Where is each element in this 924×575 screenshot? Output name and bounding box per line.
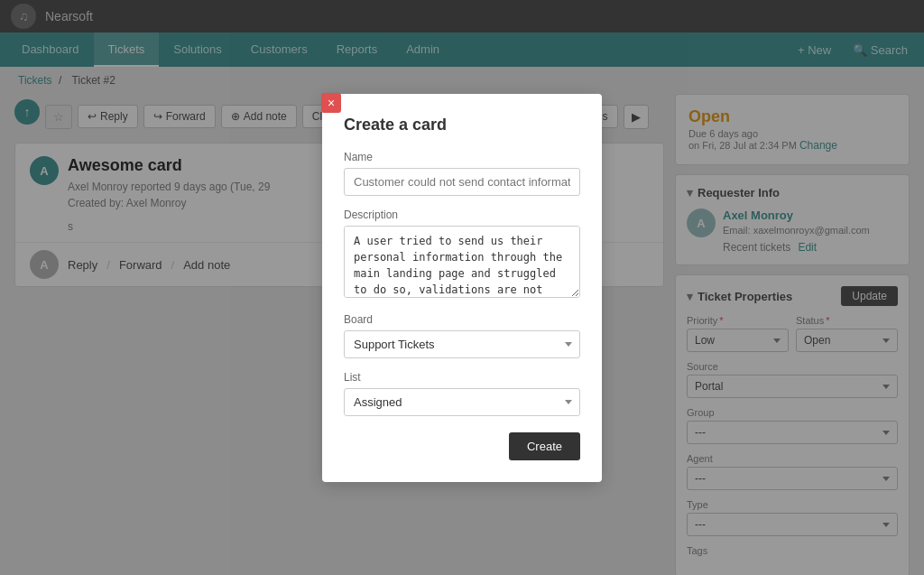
modal-overlay[interactable]: × Create a card Name Description A user … (0, 0, 924, 575)
modal-name-input[interactable] (344, 168, 580, 196)
modal-name-field: Name (344, 151, 580, 196)
modal-description-label: Description (344, 209, 580, 221)
modal-list-label: List (344, 371, 580, 384)
modal-list-select[interactable]: Assigned (344, 388, 580, 416)
modal-board-field: Board Support Tickets (344, 313, 580, 358)
modal-list-field: List Assigned (344, 371, 580, 416)
modal-footer: Create (344, 432, 580, 460)
modal-description-field: Description A user tried to send us thei… (344, 209, 580, 301)
modal-description-textarea[interactable]: A user tried to send us their personal i… (344, 226, 580, 298)
modal-name-label: Name (344, 151, 580, 163)
create-card-button[interactable]: Create (509, 432, 580, 460)
modal-board-select[interactable]: Support Tickets (344, 330, 580, 358)
modal-board-label: Board (344, 313, 580, 326)
modal-title: Create a card (344, 116, 580, 134)
create-card-modal: × Create a card Name Description A user … (322, 94, 602, 482)
modal-close-button[interactable]: × (321, 93, 341, 113)
